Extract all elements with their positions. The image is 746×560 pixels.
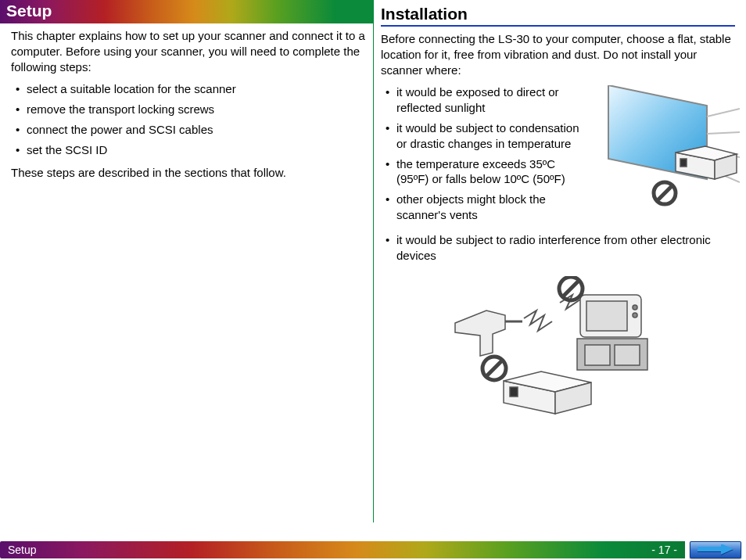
installation-warnings-list-wide: it would be subject to radio interferenc…	[381, 230, 735, 266]
svg-line-10	[657, 185, 672, 201]
next-page-button[interactable]	[690, 541, 741, 558]
svg-line-26	[486, 360, 503, 377]
list-item: remove the transport locking screws	[11, 99, 367, 120]
title-underline	[381, 25, 735, 27]
sunlight-illustration	[583, 85, 740, 210]
svg-marker-28	[698, 544, 733, 555]
svg-line-2	[707, 132, 740, 134]
list-item: it would be exposed to direct or reflect…	[381, 82, 584, 118]
svg-rect-18	[615, 345, 640, 365]
setup-steps-list: select a suitable location for the scann…	[11, 79, 367, 160]
installation-intro: Before connecting the LS-30 to your comp…	[381, 31, 735, 77]
footer-page-number: - 17 -	[651, 544, 677, 556]
list-item: select a suitable location for the scann…	[11, 79, 367, 99]
list-item: set the SCSI ID	[11, 140, 367, 160]
list-item: connect the power and SCSI cables	[11, 120, 367, 140]
footer-section-label: Setup	[8, 544, 37, 556]
svg-line-24	[562, 280, 579, 297]
footer-bar: Setup - 17 -	[0, 541, 746, 560]
prohibition-icon	[482, 357, 506, 380]
list-item: it would be subject to radio interferenc…	[381, 230, 735, 266]
prohibition-icon	[654, 182, 676, 204]
svg-line-1	[707, 109, 740, 117]
setup-title: Setup	[6, 2, 52, 20]
interference-illustration	[449, 276, 668, 425]
setup-outro: These steps are described in the section…	[11, 165, 367, 181]
installation-warnings-list: it would be exposed to direct or reflect…	[381, 82, 584, 224]
list-item: it would be subject to condensation or d…	[381, 118, 584, 154]
svg-rect-13	[586, 301, 627, 331]
svg-rect-17	[585, 345, 610, 365]
setup-intro: This chapter explains how to set up your…	[11, 28, 367, 74]
svg-rect-22	[510, 387, 518, 397]
list-item: the temperature exceeds 35ºC (95ºF) or f…	[381, 154, 584, 190]
svg-point-15	[633, 313, 637, 318]
svg-rect-8	[680, 159, 687, 167]
setup-heading-bar: Setup	[0, 0, 373, 23]
svg-point-14	[633, 305, 637, 310]
list-item: other objects might block the scanner's …	[381, 189, 584, 225]
installation-title: Installation	[381, 0, 735, 25]
arrow-right-icon	[698, 544, 733, 555]
